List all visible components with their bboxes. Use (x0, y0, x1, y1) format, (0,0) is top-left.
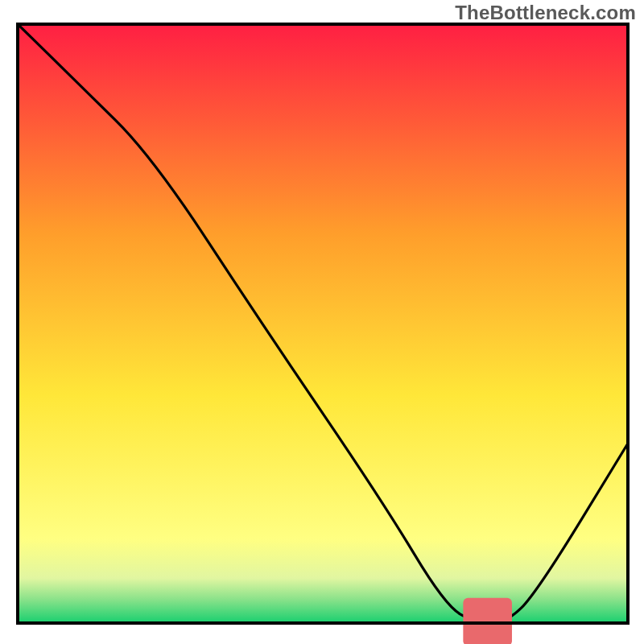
chart-container: TheBottleneck.com (0, 0, 644, 644)
bottleneck-chart (0, 0, 644, 644)
watermark-text: TheBottleneck.com (455, 2, 636, 24)
optimal-zone-marker (463, 598, 512, 644)
